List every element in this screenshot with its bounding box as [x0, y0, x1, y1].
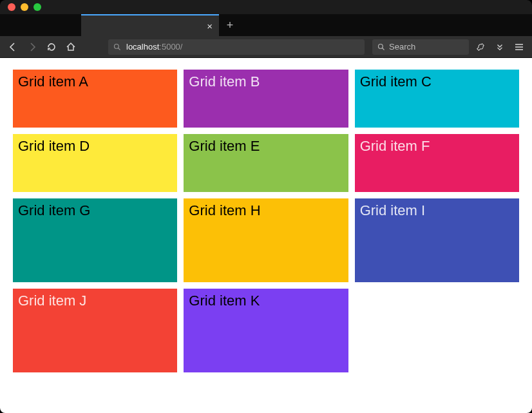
- grid-item: Grid item J: [13, 289, 177, 372]
- grid-item: Grid item B: [184, 70, 348, 128]
- close-tab-icon[interactable]: ×: [207, 21, 213, 31]
- forward-button[interactable]: [24, 39, 40, 55]
- search-placeholder: Search: [389, 42, 415, 52]
- grid-item-label: Grid item K: [189, 293, 260, 309]
- grid-item: Grid item F: [355, 134, 519, 192]
- grid-item-label: Grid item A: [18, 73, 88, 90]
- search-bar[interactable]: Search: [372, 39, 469, 55]
- window-titlebar: [0, 0, 532, 14]
- navigation-toolbar: localhost:5000/ Search: [0, 36, 532, 58]
- reload-button[interactable]: [44, 39, 59, 55]
- grid-item-label: Grid item B: [189, 73, 260, 90]
- search-icon: [377, 43, 385, 51]
- search-icon: [113, 43, 121, 51]
- minimize-window-button[interactable]: [21, 3, 28, 11]
- grid-item: Grid item C: [355, 70, 519, 128]
- page-viewport: Grid item AGrid item BGrid item CGrid it…: [0, 58, 532, 413]
- grid-item-label: Grid item E: [189, 138, 260, 154]
- svg-line-3: [383, 48, 385, 50]
- window-controls: [8, 3, 41, 11]
- grid-item-label: Grid item J: [18, 293, 86, 309]
- grid-item-label: Grid item D: [18, 138, 90, 154]
- svg-line-1: [119, 48, 120, 50]
- close-window-button[interactable]: [8, 3, 15, 11]
- back-button[interactable]: [5, 39, 21, 55]
- grid-item: Grid item A: [13, 70, 177, 128]
- tab-active[interactable]: ×: [81, 14, 219, 36]
- home-button[interactable]: [63, 39, 79, 55]
- url-text: localhost:5000/: [126, 42, 182, 52]
- grid-item: Grid item K: [184, 289, 348, 372]
- overflow-button[interactable]: [492, 39, 508, 55]
- grid-item: Grid item I: [355, 198, 519, 282]
- grid-item-label: Grid item C: [360, 73, 432, 90]
- tabstrip-spacer: [0, 14, 81, 36]
- grid-item-label: Grid item G: [18, 202, 90, 218]
- grid-item: Grid item G: [13, 198, 177, 282]
- css-grid-demo: Grid item AGrid item BGrid item CGrid it…: [13, 70, 519, 372]
- menu-button[interactable]: [511, 39, 527, 55]
- developer-button[interactable]: [473, 39, 488, 55]
- svg-point-0: [115, 44, 119, 48]
- grid-item: Grid item E: [184, 134, 348, 192]
- grid-item-label: Grid item F: [360, 138, 430, 154]
- url-bar[interactable]: localhost:5000/: [108, 39, 365, 55]
- tab-strip: × +: [0, 14, 532, 36]
- new-tab-button[interactable]: +: [219, 14, 241, 36]
- grid-item-label: Grid item H: [189, 202, 260, 218]
- grid-item: Grid item H: [184, 198, 348, 282]
- zoom-window-button[interactable]: [33, 3, 41, 11]
- svg-point-2: [379, 44, 383, 48]
- grid-item-label: Grid item I: [360, 202, 425, 218]
- grid-item: Grid item D: [13, 134, 177, 192]
